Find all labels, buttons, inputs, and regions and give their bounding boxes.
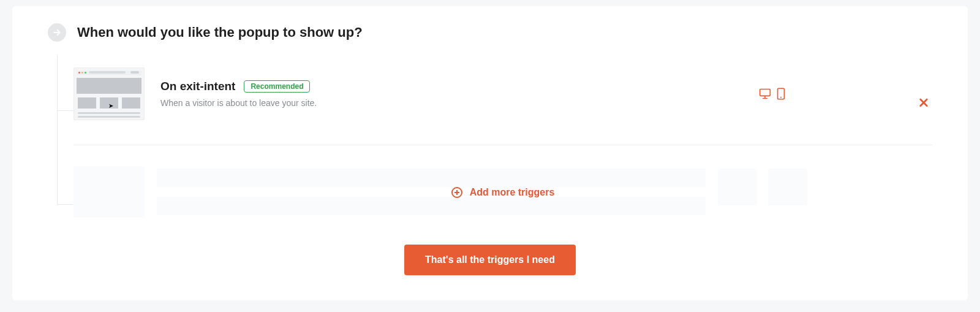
add-trigger-row: Add more triggers: [74, 166, 932, 219]
cursor-icon: ➤: [108, 102, 113, 109]
tree-guide: [57, 110, 58, 204]
triggers-panel: When would you like the popup to show up…: [12, 6, 968, 300]
section-header: When would you like the popup to show up…: [48, 23, 932, 42]
section-heading: When would you like the popup to show up…: [77, 25, 363, 40]
add-more-triggers-label: Add more triggers: [470, 187, 555, 198]
tree-guide: [57, 110, 73, 111]
tree-guide: [57, 204, 73, 205]
plus-circle-icon: [451, 187, 462, 198]
tree-guide: [57, 55, 58, 110]
desktop-icon[interactable]: [758, 88, 772, 100]
trigger-row-exit-intent[interactable]: ➤ On exit-intent Recommended When a visi…: [74, 67, 932, 145]
trigger-text: On exit-intent Recommended When a visito…: [160, 80, 758, 108]
svg-rect-0: [760, 89, 771, 96]
mobile-icon[interactable]: [777, 88, 785, 100]
remove-trigger-button[interactable]: [915, 94, 932, 111]
device-icons[interactable]: [758, 88, 785, 100]
trigger-title: On exit-intent: [160, 80, 235, 93]
add-more-triggers-button[interactable]: Add more triggers: [74, 166, 932, 219]
recommended-badge: Recommended: [244, 80, 310, 93]
trigger-description: When a visitor is about to leave your si…: [160, 98, 758, 108]
svg-point-2: [780, 97, 782, 98]
trigger-thumbnail: ➤: [74, 67, 145, 120]
done-triggers-button[interactable]: That's all the triggers I need: [404, 245, 576, 275]
arrow-right-circle-icon: [48, 23, 66, 42]
